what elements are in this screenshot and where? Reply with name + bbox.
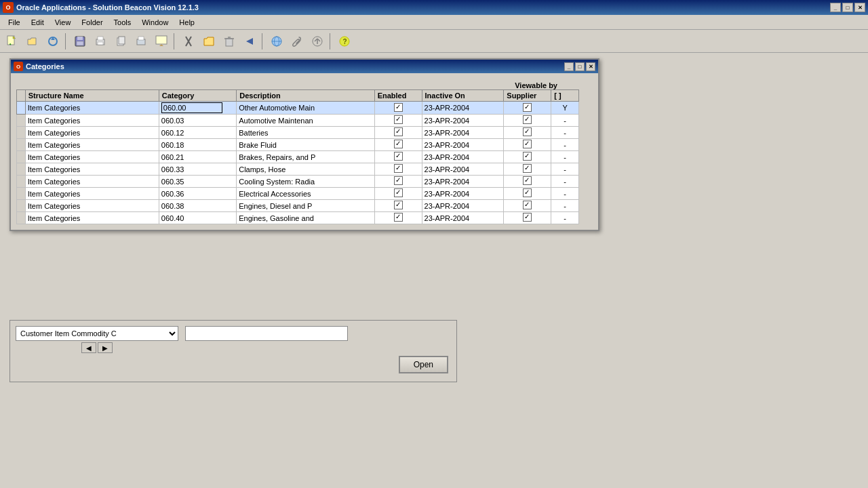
toolbar-flow[interactable] bbox=[308, 33, 327, 50]
enabled-checkbox[interactable] bbox=[394, 127, 403, 136]
menu-window[interactable]: Window bbox=[136, 17, 174, 28]
menu-edit[interactable]: Edit bbox=[26, 17, 50, 28]
cell-category[interactable]: 060.40 bbox=[159, 212, 236, 224]
toolbar-new[interactable]: ✦ bbox=[3, 33, 22, 50]
toolbar-attachment[interactable] bbox=[288, 33, 307, 50]
table-row[interactable]: Item Categories060.33Clamps, Hose23-APR-… bbox=[17, 163, 579, 176]
cell-enabled[interactable] bbox=[374, 176, 422, 188]
cell-category[interactable]: 060.35 bbox=[159, 176, 236, 188]
table-row[interactable]: Item Categories060.18Brake Fluid23-APR-2… bbox=[17, 139, 579, 151]
cell-supplier[interactable] bbox=[504, 115, 551, 127]
menu-tools[interactable]: Tools bbox=[108, 17, 137, 28]
supplier-checkbox[interactable] bbox=[523, 103, 532, 112]
table-row[interactable]: Item Categories060.12Batteries23-APR-200… bbox=[17, 127, 579, 139]
cell-enabled[interactable] bbox=[374, 163, 422, 176]
menu-file[interactable]: File bbox=[3, 17, 26, 28]
text-input-box[interactable] bbox=[185, 326, 348, 341]
toolbar-globe[interactable] bbox=[267, 33, 286, 50]
enabled-checkbox[interactable] bbox=[394, 115, 403, 124]
toolbar-zoom[interactable] bbox=[152, 33, 171, 50]
dialog-minimize[interactable]: _ bbox=[564, 62, 574, 71]
cell-category[interactable]: 060.38 bbox=[159, 200, 236, 212]
enabled-checkbox[interactable] bbox=[394, 164, 403, 173]
open-button[interactable]: Open bbox=[399, 356, 448, 373]
cell-enabled[interactable] bbox=[374, 212, 422, 224]
maximize-button[interactable]: □ bbox=[842, 3, 853, 12]
table-row[interactable]: Item Categories060.03Automotive Maintena… bbox=[17, 115, 579, 127]
table-row[interactable]: Item Categories060.36Electrical Accessor… bbox=[17, 188, 579, 200]
dialog-maximize[interactable]: □ bbox=[575, 62, 585, 71]
cell-supplier[interactable] bbox=[504, 139, 551, 151]
close-button[interactable]: ✕ bbox=[854, 3, 865, 12]
dropdown-container: Customer Item Commodity C ◀ ▶ bbox=[16, 326, 178, 353]
dialog-close[interactable]: ✕ bbox=[586, 62, 595, 71]
enabled-checkbox[interactable] bbox=[394, 140, 403, 148]
category-input[interactable] bbox=[161, 102, 222, 113]
enabled-checkbox[interactable] bbox=[394, 152, 403, 161]
cell-category[interactable]: 060.33 bbox=[159, 163, 236, 176]
cell-supplier[interactable] bbox=[504, 212, 551, 224]
cell-supplier[interactable] bbox=[504, 163, 551, 176]
toolbar-print2[interactable] bbox=[132, 33, 151, 50]
supplier-checkbox[interactable] bbox=[523, 127, 532, 136]
supplier-checkbox[interactable] bbox=[523, 140, 532, 148]
cell-category[interactable]: 060.12 bbox=[159, 127, 236, 139]
cell-supplier[interactable] bbox=[504, 176, 551, 188]
toolbar-print[interactable] bbox=[91, 33, 110, 50]
toolbar-open[interactable] bbox=[23, 33, 42, 50]
supplier-checkbox[interactable] bbox=[523, 115, 532, 124]
cell-supplier[interactable] bbox=[504, 127, 551, 139]
toolbar-cut[interactable] bbox=[179, 33, 198, 50]
cell-enabled[interactable] bbox=[374, 102, 422, 115]
minimize-button[interactable]: _ bbox=[830, 3, 841, 12]
bottom-section: Customer Item Commodity C ◀ ▶ Open bbox=[9, 320, 457, 382]
supplier-checkbox[interactable] bbox=[523, 213, 532, 222]
enabled-checkbox[interactable] bbox=[394, 103, 403, 112]
enabled-checkbox[interactable] bbox=[394, 188, 403, 197]
menu-view[interactable]: View bbox=[50, 17, 77, 28]
supplier-checkbox[interactable] bbox=[523, 201, 532, 209]
toolbar-help[interactable]: ? bbox=[335, 33, 354, 50]
toolbar-arrow[interactable] bbox=[240, 33, 259, 50]
enabled-checkbox[interactable] bbox=[394, 213, 403, 222]
cell-enabled[interactable] bbox=[374, 151, 422, 163]
cell-supplier[interactable] bbox=[504, 151, 551, 163]
toolbar-folder[interactable] bbox=[199, 33, 218, 50]
cell-inactive-on: 23-APR-2004 bbox=[422, 200, 504, 212]
cell-supplier[interactable] bbox=[504, 200, 551, 212]
enabled-checkbox[interactable] bbox=[394, 176, 403, 185]
cell-enabled[interactable] bbox=[374, 127, 422, 139]
toolbar-refresh[interactable] bbox=[43, 33, 62, 50]
scroll-right-button[interactable]: ▶ bbox=[98, 342, 113, 353]
cell-category[interactable]: 060.18 bbox=[159, 139, 236, 151]
cell-enabled[interactable] bbox=[374, 200, 422, 212]
cell-supplier[interactable] bbox=[504, 188, 551, 200]
menu-folder[interactable]: Folder bbox=[76, 17, 108, 28]
table-row[interactable]: Item Categories060.35Cooling System: Rad… bbox=[17, 176, 579, 188]
cell-category[interactable] bbox=[159, 102, 236, 115]
toolbar-save[interactable] bbox=[71, 33, 90, 50]
svg-rect-14 bbox=[138, 37, 144, 40]
supplier-checkbox[interactable] bbox=[523, 164, 532, 173]
toolbar-trash[interactable] bbox=[220, 33, 239, 50]
supplier-checkbox[interactable] bbox=[523, 188, 532, 197]
cell-enabled[interactable] bbox=[374, 139, 422, 151]
supplier-checkbox[interactable] bbox=[523, 176, 532, 185]
cell-category[interactable]: 060.36 bbox=[159, 188, 236, 200]
cell-category[interactable]: 060.03 bbox=[159, 115, 236, 127]
table-row[interactable]: Item Categories060.21Brakes, Repairs, an… bbox=[17, 151, 579, 163]
supplier-checkbox[interactable] bbox=[523, 152, 532, 161]
enabled-checkbox[interactable] bbox=[394, 201, 403, 209]
cell-category[interactable]: 060.21 bbox=[159, 151, 236, 163]
table-row[interactable]: Item Categories060.38Engines, Diesel and… bbox=[17, 200, 579, 212]
svg-text:✦: ✦ bbox=[9, 42, 12, 46]
cell-enabled[interactable] bbox=[374, 115, 422, 127]
menu-help[interactable]: Help bbox=[174, 17, 200, 28]
category-dropdown[interactable]: Customer Item Commodity C bbox=[16, 326, 178, 341]
scroll-left-button[interactable]: ◀ bbox=[81, 342, 96, 353]
cell-enabled[interactable] bbox=[374, 188, 422, 200]
cell-supplier[interactable] bbox=[504, 102, 551, 115]
toolbar-copy[interactable] bbox=[111, 33, 130, 50]
table-row[interactable]: Item CategoriesOther Automotive Main23-A… bbox=[17, 102, 579, 115]
table-row[interactable]: Item Categories060.40Engines, Gasoline a… bbox=[17, 212, 579, 224]
